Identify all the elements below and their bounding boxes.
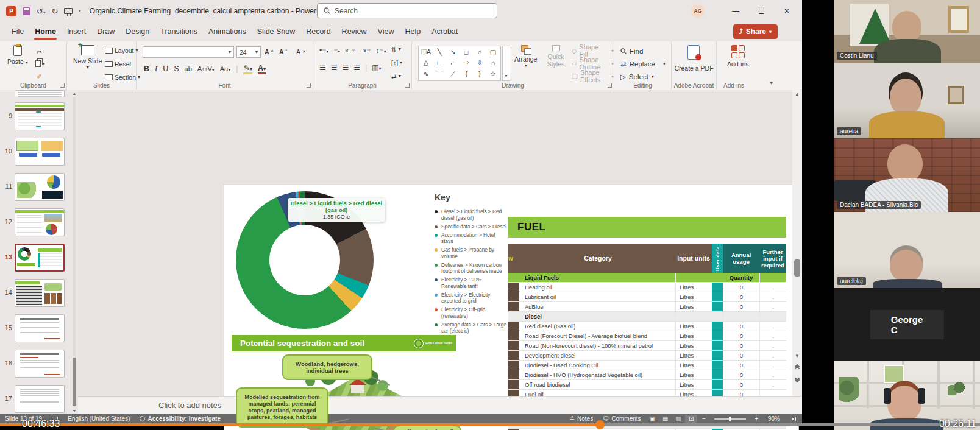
powerpoint-icon[interactable]: P <box>6 6 16 16</box>
bold-button[interactable]: B <box>144 65 149 73</box>
ribbon-tab-transitions[interactable]: Transitions <box>155 24 203 40</box>
underline-button[interactable]: U <box>163 65 168 73</box>
collapse-ribbon-icon[interactable]: ▾ <box>770 80 773 86</box>
next-slide-button[interactable] <box>793 378 801 382</box>
drawing-dialog-launcher[interactable] <box>608 83 612 88</box>
shape-outline-button[interactable]: ▱Shape Outline▾ <box>572 58 614 69</box>
thumbnail-scroll-down-icon[interactable]: ▼ <box>72 409 77 413</box>
font-color-button[interactable]: A▾ <box>258 64 266 74</box>
layout-button[interactable]: Layout▾ <box>105 45 138 55</box>
select-button[interactable]: ▷Select▾ <box>620 71 654 82</box>
ribbon-tab-draw[interactable]: Draw <box>91 24 120 40</box>
shape-gallery-more-icon[interactable]: ▾ <box>502 46 510 81</box>
thumbnail-scrollbar[interactable]: ▲ ▼ <box>72 91 77 413</box>
zoom-out-button[interactable]: − <box>697 415 711 422</box>
shrink-font-button[interactable]: Aˇ <box>279 46 287 57</box>
replace-button[interactable]: ⇄Replace▾ <box>620 58 666 69</box>
cut-button[interactable]: ✂ <box>37 46 42 57</box>
highlight-color-button[interactable]: ✎▾ <box>243 63 252 74</box>
justify-button[interactable]: ☰ <box>353 63 360 72</box>
numbering-button[interactable]: ≡▾ <box>333 46 340 55</box>
video-progress-bar[interactable] <box>0 423 980 426</box>
font-name-select[interactable]: ▾ <box>143 46 234 58</box>
align-text-button[interactable]: [↕]▾ <box>391 57 402 68</box>
increase-indent-button[interactable]: ⇥≡ <box>360 46 371 55</box>
ribbon-tab-view[interactable]: View <box>372 24 400 40</box>
slideshow-from-beginning-icon[interactable] <box>64 8 73 14</box>
shape-fill-button[interactable]: ◇Shape Fill▾ <box>572 45 614 56</box>
fuel-cell-user-data[interactable] <box>712 292 723 301</box>
share-button[interactable]: ⤴ Share ▾ <box>733 24 778 39</box>
thumbnail-scrollbar-thumb[interactable] <box>73 358 76 406</box>
fuel-cell-annual-usage[interactable]: 0 <box>723 283 759 292</box>
restore-button[interactable] <box>750 2 773 20</box>
new-slide-button[interactable]: New Slide▾ <box>73 45 102 70</box>
create-pdf-label[interactable]: Create a PDF <box>672 65 716 72</box>
fuel-cell-annual-usage[interactable]: 0 <box>723 292 759 301</box>
slide-thumbnail[interactable] <box>15 102 65 130</box>
fuel-cell-user-data[interactable] <box>712 331 723 340</box>
slide-thumbnail[interactable] <box>15 244 65 272</box>
ribbon-tab-slide-show[interactable]: Slide Show <box>252 24 301 40</box>
undo-icon[interactable]: ↺▾ <box>37 7 45 15</box>
slide-thumbnail-partial[interactable] <box>15 90 65 97</box>
line-spacing-button[interactable]: ↕≡▾ <box>375 46 386 55</box>
participant-tile[interactable]: Costin Lianu <box>834 0 980 63</box>
fuel-cell-user-data[interactable] <box>712 322 723 331</box>
create-pdf-button[interactable] <box>687 45 700 60</box>
ribbon-tab-review[interactable]: Review <box>336 24 372 40</box>
paragraph-dialog-launcher[interactable] <box>405 83 410 88</box>
shape-effects-button[interactable]: ❑Shape Effects▾ <box>572 71 614 82</box>
scroll-up-icon[interactable]: ▲ <box>792 91 802 97</box>
ribbon-tab-insert[interactable]: Insert <box>62 24 91 40</box>
ribbon-tab-acrobat[interactable]: Acrobat <box>426 24 463 40</box>
participant-tile[interactable]: aurelia <box>834 63 980 138</box>
normal-view-button[interactable]: ▣ <box>646 415 659 423</box>
slide-thumbnail[interactable] <box>15 173 65 201</box>
ribbon-tab-home[interactable]: Home <box>29 24 62 40</box>
slide-scrollbar[interactable]: ▲ ▼ <box>792 90 802 396</box>
section-button[interactable]: Section▾ <box>105 72 140 82</box>
fuel-cell-annual-usage[interactable]: 0 <box>723 370 759 379</box>
reading-view-button[interactable]: ▥ <box>672 415 684 423</box>
zoom-slider-handle[interactable] <box>729 417 731 421</box>
notes-toggle[interactable]: ≙ Notes <box>565 415 598 422</box>
slide-sorter-view-button[interactable]: ▦ <box>659 415 672 423</box>
fuel-cell-annual-usage[interactable]: 0 <box>723 361 759 370</box>
slide-thumbnail[interactable] <box>15 138 65 166</box>
strikethrough-button[interactable]: ab <box>185 65 192 72</box>
fuel-cell-user-data[interactable] <box>712 380 723 389</box>
zoom-level[interactable]: 90% <box>763 415 785 422</box>
change-case-button[interactable]: Aa▾ <box>220 65 230 72</box>
slide-thumbnail[interactable] <box>15 208 65 236</box>
fuel-cell-annual-usage[interactable]: 0 <box>723 322 759 331</box>
save-icon[interactable] <box>23 7 30 15</box>
participant-tile[interactable]: George C <box>834 288 980 361</box>
align-right-button[interactable]: ☰ <box>343 63 349 72</box>
find-button[interactable]: Find <box>620 45 643 57</box>
clipboard-dialog-launcher[interactable] <box>60 83 65 88</box>
bullets-button[interactable]: •≡▾ <box>319 46 328 55</box>
participant-tile[interactable]: aurelblaj <box>834 212 980 288</box>
redo-icon[interactable]: ↻ <box>51 7 58 15</box>
fuel-cell-annual-usage[interactable]: 0 <box>723 380 759 389</box>
grow-font-button[interactable]: A^ <box>265 46 274 57</box>
shape-gallery[interactable]: ⎅A╲↘□○▢ △∟⌐⇨⇩⌂ ∿⌒⟋{}☆ <box>418 46 501 81</box>
copy-button[interactable]: ▾ <box>35 58 45 69</box>
account-avatar[interactable]: AG <box>691 4 705 18</box>
fuel-cell-user-data[interactable] <box>712 302 723 311</box>
fit-slide-to-window-icon[interactable] <box>790 417 796 421</box>
ribbon-tab-help[interactable]: Help <box>399 24 426 40</box>
align-center-button[interactable]: ☰ <box>331 63 338 72</box>
scroll-down-icon[interactable]: ▼ <box>792 353 802 359</box>
decrease-indent-button[interactable]: ⇤≡ <box>345 46 355 55</box>
customize-quick-access-icon[interactable]: ▾ <box>79 9 81 13</box>
ribbon-tab-record[interactable]: Record <box>300 24 336 40</box>
format-painter-button[interactable]: ✐ <box>37 71 42 81</box>
slide-canvas[interactable]: Diesel > Liquid fuels > Red diesel (gas … <box>224 185 798 430</box>
convert-smartart-button[interactable]: ⇄▾ <box>391 71 401 81</box>
slide-thumbnail[interactable] <box>15 350 65 378</box>
fuel-cell-annual-usage[interactable]: 0 <box>723 331 759 340</box>
arrange-button[interactable]: Arrange▾ <box>514 45 537 68</box>
addins-button[interactable]: Add-ins <box>727 45 749 68</box>
